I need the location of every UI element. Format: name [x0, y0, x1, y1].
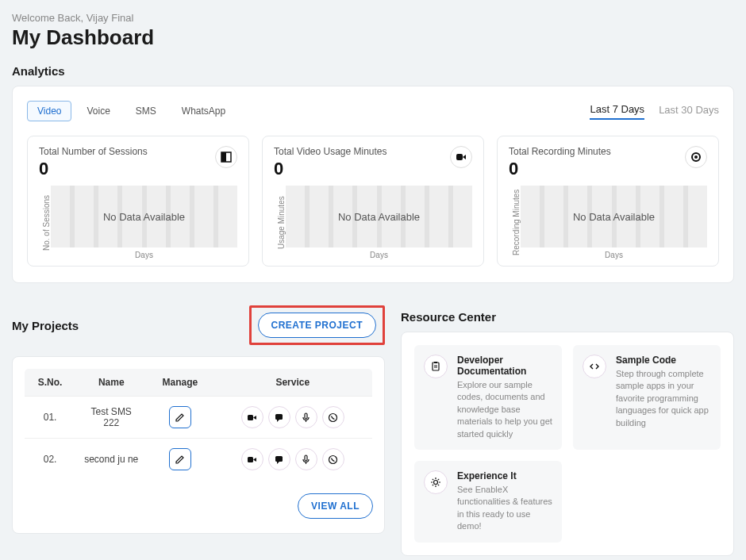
svg-rect-1: [221, 152, 226, 162]
svg-point-17: [434, 480, 438, 484]
svg-rect-5: [248, 415, 253, 420]
resource-title: Experience It: [457, 470, 552, 481]
no-data-text: No Data Available: [338, 211, 420, 223]
video-icon: [450, 146, 472, 168]
range-7-days[interactable]: Last 7 Days: [590, 103, 644, 120]
chart-xlabel: Days: [51, 251, 237, 259]
th-manage: Manage: [147, 369, 213, 397]
chart-ylabel: No. of Sessions: [39, 186, 51, 259]
service-whatsapp-icon[interactable]: [322, 406, 344, 428]
tab-video[interactable]: Video: [27, 101, 71, 121]
resource-desc: See EnableX functionalities & features i…: [457, 484, 552, 533]
metric-value: 0: [39, 159, 148, 179]
sessions-icon: [215, 146, 237, 168]
view-all-button[interactable]: VIEW ALL: [298, 493, 373, 519]
th-service: Service: [213, 369, 372, 397]
svg-point-8: [329, 413, 337, 421]
resource-desc: Explore our sample codes, documents and …: [457, 379, 552, 440]
svg-rect-2: [456, 154, 463, 160]
svg-rect-13: [433, 362, 439, 370]
service-chat-icon[interactable]: [268, 406, 290, 428]
metric-label: Total Recording Minutes: [509, 146, 611, 157]
chart-xlabel: Days: [286, 251, 472, 259]
resources-card: Developer Documentation Explore our samp…: [401, 332, 734, 556]
create-project-highlight: CREATE PROJECT: [249, 305, 385, 345]
range-tabs: Last 7 Days Last 30 Days: [590, 103, 719, 120]
analytics-title: Analytics: [12, 64, 734, 78]
project-row: 02. second ju ne: [25, 439, 373, 481]
metric-recording: Total Recording Minutes 0 Recording Minu…: [497, 136, 719, 267]
manage-button[interactable]: [169, 448, 191, 470]
svg-point-4: [694, 155, 698, 159]
resource-sample-code[interactable]: Sample Code Step through complete sample…: [573, 345, 721, 450]
projects-table: S.No. Name Manage Service 01. Test SMS 2…: [24, 368, 373, 481]
service-voice-icon[interactable]: [295, 448, 317, 470]
resource-desc: Step through complete sample apps in you…: [616, 368, 711, 429]
metric-value: 0: [509, 159, 611, 179]
projects-card: S.No. Name Manage Service 01. Test SMS 2…: [12, 356, 385, 534]
th-name: Name: [75, 369, 147, 397]
record-icon: [685, 146, 707, 168]
project-row: 01. Test SMS 222: [25, 397, 373, 439]
resource-title: Developer Documentation: [457, 355, 552, 377]
channel-tabs: Video Voice SMS WhatsApp: [27, 101, 236, 121]
service-voice-icon[interactable]: [295, 406, 317, 428]
svg-rect-7: [305, 413, 307, 419]
welcome-text: Welcome Back, Vijay Final: [12, 12, 734, 24]
svg-rect-9: [248, 457, 253, 462]
clipboard-icon: [424, 355, 448, 378]
metrics-row: Total Number of Sessions 0 No. of Sessio…: [27, 136, 719, 267]
tab-whatsapp[interactable]: WhatsApp: [171, 101, 236, 121]
svg-point-12: [329, 455, 337, 463]
cell-name: second ju ne: [75, 439, 147, 481]
projects-title: My Projects: [12, 319, 79, 332]
chart-ylabel: Recording Minutes: [509, 186, 521, 259]
service-chat-icon[interactable]: [268, 448, 290, 470]
tabs-row: Video Voice SMS WhatsApp Last 7 Days Las…: [27, 101, 719, 121]
analytics-card: Video Voice SMS WhatsApp Last 7 Days Las…: [12, 86, 734, 283]
th-sno: S.No.: [25, 369, 76, 397]
tab-sms[interactable]: SMS: [125, 101, 167, 121]
svg-rect-6: [275, 414, 283, 420]
chart-area: No Data Available: [521, 186, 707, 247]
resource-title: Sample Code: [616, 355, 711, 366]
svg-rect-10: [275, 456, 283, 462]
no-data-text: No Data Available: [103, 211, 185, 223]
service-video-icon[interactable]: [241, 448, 263, 470]
metric-label: Total Number of Sessions: [39, 146, 148, 157]
metric-value: 0: [274, 159, 387, 179]
gear-icon: [424, 470, 448, 494]
manage-button[interactable]: [169, 406, 191, 428]
page-title: My Dashboard: [12, 25, 734, 50]
metric-label: Total Video Usage Minutes: [274, 146, 387, 157]
chart-ylabel: Usage Minutes: [274, 186, 286, 259]
chart-area: No Data Available: [51, 186, 237, 247]
metric-sessions: Total Number of Sessions 0 No. of Sessio…: [27, 136, 249, 267]
svg-rect-14: [434, 362, 437, 363]
svg-rect-11: [305, 455, 307, 461]
resources-title: Resource Center: [401, 310, 734, 324]
resource-developer-docs[interactable]: Developer Documentation Explore our samp…: [414, 345, 562, 450]
no-data-text: No Data Available: [573, 211, 655, 223]
cell-sno: 02.: [25, 439, 76, 481]
code-icon: [583, 355, 606, 378]
service-whatsapp-icon[interactable]: [322, 448, 344, 470]
cell-sno: 01.: [25, 397, 76, 439]
range-30-days[interactable]: Last 30 Days: [659, 104, 719, 119]
tab-voice[interactable]: Voice: [76, 101, 120, 121]
chart-xlabel: Days: [521, 251, 707, 259]
service-video-icon[interactable]: [241, 406, 263, 428]
cell-name: Test SMS 222: [75, 397, 147, 439]
create-project-button[interactable]: CREATE PROJECT: [258, 313, 376, 338]
metric-video-usage: Total Video Usage Minutes 0 Usage Minute…: [262, 136, 484, 267]
resource-experience-it[interactable]: Experience It See EnableX functionalitie…: [414, 461, 562, 543]
chart-area: No Data Available: [286, 186, 472, 247]
